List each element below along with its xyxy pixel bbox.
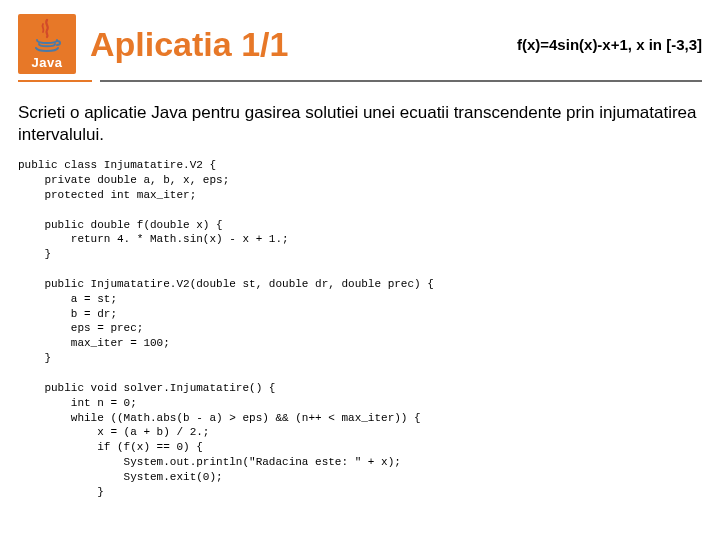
header-underline <box>18 80 702 82</box>
logo-text: Java <box>32 55 63 70</box>
equation-text: f(x)=4sin(x)-x+1, x in [-3,3] <box>517 36 702 53</box>
page-title: Aplicatia 1/1 <box>90 25 288 64</box>
java-logo: Java <box>18 14 76 74</box>
title-row: Aplicatia 1/1 f(x)=4sin(x)-x+1, x in [-3… <box>90 25 702 64</box>
header: Java Aplicatia 1/1 f(x)=4sin(x)-x+1, x i… <box>18 14 702 74</box>
coffee-cup-icon <box>30 18 64 54</box>
code-block: public class Injumatatire.V2 { private d… <box>18 158 702 499</box>
description-text: Scrieti o aplicatie Java pentru gasirea … <box>18 102 702 146</box>
slide: Java Aplicatia 1/1 f(x)=4sin(x)-x+1, x i… <box>0 0 720 540</box>
